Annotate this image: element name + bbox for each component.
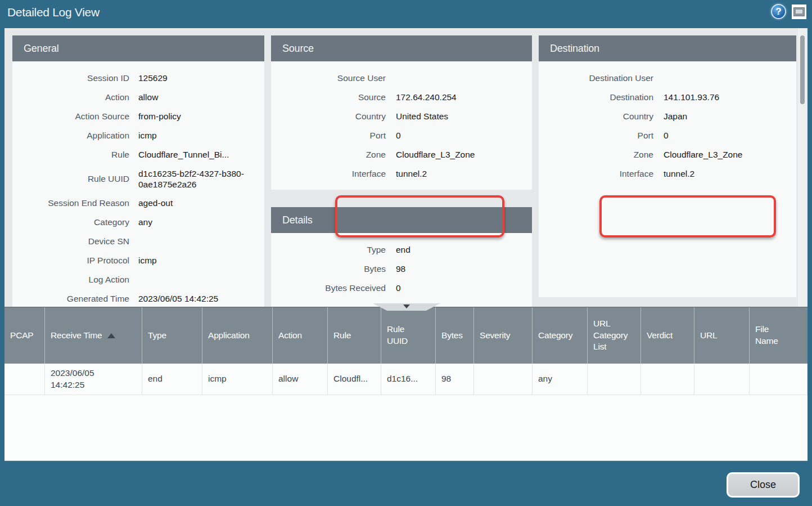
help-icon[interactable]: ? bbox=[771, 4, 786, 19]
log-table-header: PCAPReceive TimeTypeApplicationActionRul… bbox=[4, 307, 808, 364]
column-header-url[interactable]: URL bbox=[694, 307, 750, 364]
field-label: Session End Reason bbox=[12, 198, 129, 208]
field-value: allow bbox=[138, 92, 256, 102]
field-row: CountryJapan bbox=[539, 107, 796, 126]
column-header-pcap[interactable]: PCAP bbox=[4, 307, 45, 364]
field-row: Log Action bbox=[12, 270, 264, 289]
field-row: Bytes98 bbox=[271, 259, 532, 279]
field-value: 125629 bbox=[138, 73, 256, 83]
general-panel: General Session ID125629ActionallowActio… bbox=[12, 35, 264, 307]
field-row: Session End Reasonaged-out bbox=[12, 194, 264, 213]
field-value: from-policy bbox=[138, 111, 256, 122]
column-header-type[interactable]: Type bbox=[142, 307, 202, 364]
field-value: aged-out bbox=[138, 198, 256, 208]
column-header-label: File Name bbox=[755, 324, 788, 347]
field-label: Country bbox=[539, 111, 653, 122]
column-header-label: Bytes bbox=[441, 330, 463, 342]
field-value: 98 bbox=[396, 263, 514, 274]
field-label: Rule bbox=[12, 150, 129, 160]
field-label: Zone bbox=[271, 150, 386, 160]
column-header-label: Severity bbox=[480, 330, 510, 342]
column-header-label: Category bbox=[538, 330, 572, 342]
column-header-label: Application bbox=[208, 330, 250, 342]
column-header-file-name[interactable]: File Name bbox=[750, 307, 808, 364]
field-value: any bbox=[138, 217, 256, 227]
field-value: 0 bbox=[396, 283, 514, 293]
cell-action: allow bbox=[273, 364, 328, 395]
field-label: Destination User bbox=[539, 73, 653, 83]
close-button[interactable]: Close bbox=[727, 472, 800, 498]
details-panel-title: Details bbox=[271, 207, 532, 233]
log-table-row[interactable]: 2023/06/05 14:42:25endicmpallowCloudfl..… bbox=[4, 364, 808, 395]
cell-receive-time: 2023/06/05 14:42:25 bbox=[45, 364, 142, 395]
field-label: Destination bbox=[539, 92, 653, 102]
column-header-category[interactable]: Category bbox=[533, 307, 588, 364]
column-header-receive-time[interactable]: Receive Time bbox=[45, 307, 142, 364]
column-header-label: URL Category List bbox=[593, 318, 635, 353]
field-row: Destination141.101.93.76 bbox=[539, 88, 796, 107]
column-header-url-category-list[interactable]: URL Category List bbox=[588, 307, 641, 364]
field-label: Country bbox=[271, 111, 386, 122]
field-label: Category bbox=[12, 217, 129, 227]
titlebar-icons: ? bbox=[771, 4, 806, 19]
source-panel: Source Source UserSource172.64.240.254Co… bbox=[271, 35, 532, 190]
field-value: tunnel.2 bbox=[396, 168, 514, 179]
field-row: ZoneCloudflare_L3_Zone bbox=[271, 145, 532, 164]
general-panel-body: Session ID125629ActionallowAction Source… bbox=[12, 61, 264, 307]
field-label: Type bbox=[271, 245, 386, 255]
field-label: Port bbox=[271, 131, 386, 141]
field-value: d1c16235-b2f2-4327-b380-0ae1875e2a26 bbox=[138, 168, 256, 190]
column-header-label: URL bbox=[700, 330, 717, 342]
field-value: icmp bbox=[138, 130, 256, 141]
field-label: Bytes bbox=[271, 264, 386, 274]
cell-rule: Cloudfl... bbox=[328, 364, 381, 395]
destination-panel-body: Destination UserDestination141.101.93.76… bbox=[539, 61, 796, 183]
column-header-label: Type bbox=[148, 330, 166, 342]
field-label: Rule UUID bbox=[12, 174, 129, 184]
field-row: IP Protocolicmp bbox=[12, 251, 264, 270]
field-value: Japan bbox=[664, 111, 782, 122]
column-header-label: Rule UUID bbox=[387, 324, 418, 347]
field-value: tunnel.2 bbox=[664, 168, 782, 179]
cell-file-name bbox=[750, 364, 808, 395]
column-header-rule[interactable]: Rule bbox=[328, 307, 381, 364]
page-title: Detailed Log View bbox=[0, 6, 100, 19]
destination-zone-highlight-box bbox=[599, 195, 776, 238]
collapse-arrow-icon bbox=[403, 305, 410, 308]
column-header-label: Rule bbox=[333, 330, 351, 342]
field-row: RuleCloudflare_Tunnel_Bi... bbox=[12, 145, 264, 164]
field-value: 172.64.240.254 bbox=[396, 92, 514, 102]
field-row: ZoneCloudflare_L3_Zone bbox=[539, 145, 796, 164]
field-label: Source User bbox=[271, 73, 386, 83]
vertical-scrollbar[interactable] bbox=[798, 28, 806, 307]
field-row: Action Sourcefrom-policy bbox=[12, 107, 264, 126]
field-label: Log Action bbox=[12, 275, 129, 285]
column-header-bytes[interactable]: Bytes bbox=[436, 307, 474, 364]
field-row: Interfacetunnel.2 bbox=[539, 164, 796, 183]
cell-bytes: 98 bbox=[436, 364, 474, 395]
column-header-severity[interactable]: Severity bbox=[474, 307, 533, 364]
field-label: Interface bbox=[539, 169, 653, 179]
column-header-action[interactable]: Action bbox=[273, 307, 328, 364]
field-label: Action bbox=[12, 92, 129, 102]
field-row: Device SN bbox=[12, 232, 264, 251]
column-header-verdict[interactable]: Verdict bbox=[641, 307, 694, 364]
field-row: Port0 bbox=[271, 126, 532, 145]
window-icon[interactable] bbox=[792, 5, 806, 19]
cell-verdict bbox=[641, 364, 694, 395]
column-header-application[interactable]: Application bbox=[202, 307, 273, 364]
cell-severity bbox=[474, 364, 533, 395]
cell-rule-uuid: d1c16... bbox=[381, 364, 436, 395]
column-header-label: PCAP bbox=[10, 330, 33, 342]
field-label: Bytes Received bbox=[271, 283, 386, 293]
scrollbar-thumb[interactable] bbox=[800, 35, 805, 104]
field-row: Actionallow bbox=[12, 88, 264, 107]
field-value: end bbox=[396, 244, 514, 255]
field-label: Generated Time bbox=[12, 294, 129, 304]
destination-panel: Destination Destination UserDestination1… bbox=[539, 35, 796, 297]
field-value: Cloudflare_L3_Zone bbox=[664, 149, 782, 160]
field-value: 2023/06/05 14:42:25 bbox=[138, 293, 256, 304]
log-detail-region: General Session ID125629ActionallowActio… bbox=[4, 28, 808, 307]
column-header-label: Verdict bbox=[647, 330, 673, 342]
column-header-rule-uuid[interactable]: Rule UUID bbox=[381, 307, 436, 364]
